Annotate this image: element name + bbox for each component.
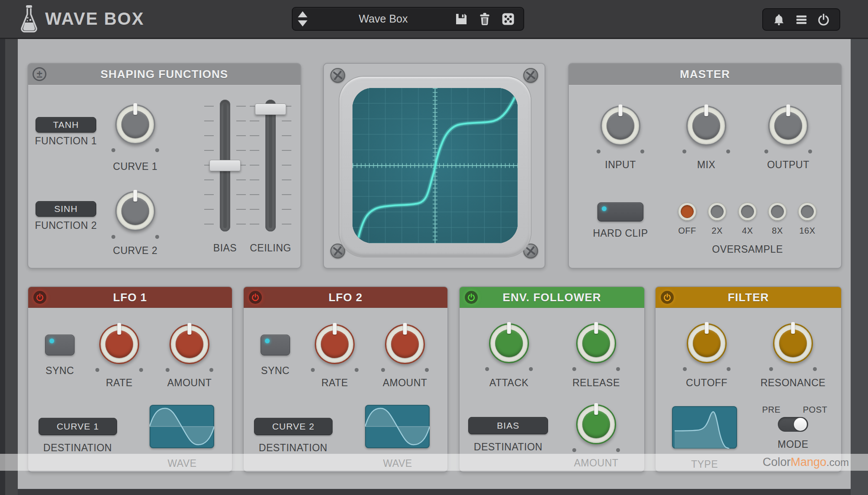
preset-next-icon[interactable]	[298, 20, 307, 26]
curve1-knob[interactable]	[115, 104, 155, 144]
lfo2-destination-label: DESTINATION	[259, 442, 327, 454]
output-label: OUTPUT	[767, 159, 809, 171]
hard-clip-label: HARD CLIP	[593, 228, 648, 239]
bias-slider[interactable]	[199, 100, 251, 231]
lfo1-rate-knob[interactable]	[99, 324, 139, 364]
randomize-dice-icon[interactable]	[501, 12, 516, 26]
right-frame	[851, 39, 868, 495]
env-follower-power-icon[interactable]	[465, 291, 478, 304]
filter-type-display[interactable]	[672, 406, 737, 449]
release-knob[interactable]	[576, 323, 616, 363]
resonance-label: RESONANCE	[760, 377, 826, 389]
screw-icon	[330, 68, 345, 83]
hard-clip-button[interactable]	[597, 202, 643, 221]
cutoff-label: CUTOFF	[686, 377, 728, 389]
attack-knob[interactable]	[489, 323, 529, 363]
mode-label: MODE	[778, 439, 809, 450]
ceiling-slider[interactable]	[245, 100, 297, 231]
ceiling-slider-handle[interactable]	[255, 104, 286, 115]
lfo1-destination-button[interactable]: CURVE 1	[39, 418, 117, 435]
preset-bar: Wave Box	[292, 7, 524, 31]
lfo2-sync-button[interactable]	[261, 335, 290, 355]
shaping-functions-title: SHAPING FUNCTIONS	[101, 68, 228, 81]
filter-mode-toggle-knob[interactable]	[794, 418, 807, 431]
mode-pre-label: PRE	[762, 405, 781, 415]
output-knob[interactable]	[768, 106, 808, 146]
bipolar-icon[interactable]: ±	[33, 67, 46, 81]
lfo1-panel: LFO 1 SYNC RATE AMOUNT CURVE 1 DESTINATI…	[27, 286, 233, 472]
preset-name[interactable]: Wave Box	[313, 13, 454, 25]
delete-preset-icon[interactable]	[477, 12, 492, 26]
lfo1-wave-display[interactable]	[150, 405, 214, 448]
oversample-radio-16x[interactable]	[798, 202, 816, 221]
lfo2-amount-label: AMOUNT	[383, 377, 427, 389]
preset-spinner[interactable]	[293, 8, 313, 30]
bias-slider-handle[interactable]	[209, 160, 241, 171]
master-header: MASTER	[569, 64, 841, 85]
notifications-bell-icon[interactable]	[772, 13, 786, 26]
oversample-2x-label: 2X	[711, 226, 722, 236]
filter-power-icon[interactable]	[661, 291, 674, 304]
lfo1-sync-label: SYNC	[46, 365, 74, 377]
lfo2-amount-knob[interactable]	[385, 324, 425, 364]
resonance-knob[interactable]	[773, 323, 813, 363]
screw-icon	[330, 244, 345, 258]
env-destination-button[interactable]: BIAS	[468, 417, 548, 434]
env-follower-title: ENV. FOLLOWER	[503, 291, 601, 304]
cutoff-knob[interactable]	[687, 323, 727, 363]
main-surface: ± SHAPING FUNCTIONS TANH FUNCTION 1 CURV…	[18, 39, 851, 489]
filter-header: FILTER	[656, 287, 841, 308]
curve2-knob[interactable]	[115, 191, 155, 231]
mix-label: MIX	[697, 159, 715, 171]
function2-label: FUNCTION 2	[35, 220, 97, 231]
function1-select-button[interactable]: TANH	[36, 117, 96, 133]
save-icon[interactable]	[454, 12, 469, 26]
power-bypass-icon[interactable]	[817, 13, 830, 26]
menu-hamburger-icon[interactable]	[795, 13, 808, 26]
mix-knob[interactable]	[686, 106, 726, 146]
lfo2-sync-led	[265, 339, 270, 343]
shaping-functions-panel: ± SHAPING FUNCTIONS TANH FUNCTION 1 CURV…	[27, 63, 301, 269]
env-destination-label: DESTINATION	[474, 441, 542, 453]
left-frame	[0, 39, 18, 495]
oversample-radio-off[interactable]	[678, 202, 696, 221]
lfo2-destination-button[interactable]: CURVE 2	[254, 418, 333, 435]
lfo2-power-icon[interactable]	[249, 291, 262, 304]
lfo1-power-icon[interactable]	[33, 291, 46, 304]
bias-label: BIAS	[213, 242, 237, 254]
lfo2-sync-label: SYNC	[261, 365, 290, 377]
oversample-16x-label: 16X	[799, 226, 815, 236]
filter-panel: FILTER CUTOFF RESONANCE TYPE PRE POST	[655, 286, 842, 472]
lfo2-wave-display[interactable]	[365, 405, 430, 448]
preset-prev-icon[interactable]	[298, 11, 307, 17]
filter-title: FILTER	[728, 291, 769, 304]
curve2-label: CURVE 2	[113, 245, 158, 257]
ceiling-slider-track[interactable]	[265, 100, 276, 231]
master-panel: MASTER INPUT MIX OUTPUT HARD CLIP	[568, 63, 842, 269]
lfo2-rate-knob[interactable]	[315, 324, 355, 364]
lfo2-panel: LFO 2 SYNC RATE AMOUNT CURVE 2 DESTINATI…	[243, 286, 448, 472]
lfo1-amount-knob[interactable]	[170, 324, 209, 364]
titlebar: WAVE BOX Wave Box	[0, 0, 868, 39]
oversample-radio-4x[interactable]	[738, 202, 757, 221]
scope-screen	[352, 88, 518, 243]
oversample-radio-8x[interactable]	[768, 202, 786, 221]
env-amount-knob[interactable]	[576, 404, 616, 444]
lfo2-wave-label: WAVE	[383, 458, 412, 469]
filter-mode-toggle[interactable]	[778, 417, 808, 432]
input-knob[interactable]	[600, 106, 640, 146]
flask-logo-icon	[19, 5, 39, 33]
shaping-functions-header: ± SHAPING FUNCTIONS	[28, 64, 300, 85]
mode-post-label: POST	[803, 405, 827, 415]
env-follower-header: ENV. FOLLOWER	[460, 287, 644, 308]
lfo1-destination-label: DESTINATION	[43, 442, 112, 454]
oversample-radio-2x[interactable]	[708, 202, 726, 221]
lfo2-rate-label: RATE	[321, 377, 348, 389]
lfo1-wave-label: WAVE	[167, 458, 196, 469]
lfo1-header: LFO 1	[28, 287, 232, 308]
release-label: RELEASE	[572, 377, 620, 389]
function1-label: FUNCTION 1	[35, 135, 97, 147]
lfo1-sync-button[interactable]	[45, 335, 75, 355]
function2-select-button[interactable]: SINH	[36, 201, 96, 217]
oversample-4x-label: 4X	[742, 226, 753, 236]
